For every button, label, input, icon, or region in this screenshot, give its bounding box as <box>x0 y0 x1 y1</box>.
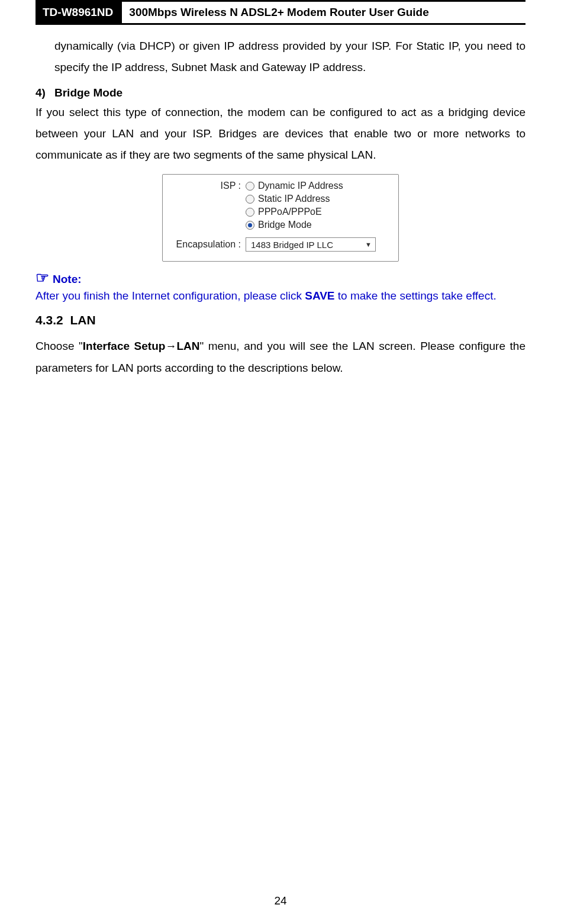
page-content: dynamically (via DHCP) or given IP addre… <box>36 25 525 379</box>
lan-text-before: Choose " <box>36 340 83 352</box>
radio-dynamic-ip[interactable]: Dynamic IP Address <box>246 181 391 191</box>
note-heading: ☞ Note: <box>36 270 525 286</box>
radio-static-ip[interactable]: Static IP Address <box>246 194 391 204</box>
encapsulation-select[interactable]: 1483 Bridged IP LLC ▼ <box>246 237 376 252</box>
intro-paragraph: dynamically (via DHCP) or given IP addre… <box>36 36 525 78</box>
list-item-4-heading: 4)Bridge Mode <box>36 86 525 99</box>
section-title: LAN <box>70 313 95 327</box>
radio-label: PPPoA/PPPoE <box>258 207 322 217</box>
arrow-icon: → <box>165 340 176 352</box>
pointing-hand-icon: ☞ <box>36 270 49 285</box>
document-page: TD-W8961ND 300Mbps Wireless N ADSL2+ Mod… <box>0 0 561 924</box>
radio-bridge-mode[interactable]: Bridge Mode <box>246 220 391 230</box>
lan-paragraph: Choose "Interface Setup→LAN" menu, and y… <box>36 336 525 378</box>
note-text-after: to make the settings take effect. <box>335 289 496 302</box>
note-text-before: After you finish the Internet configurat… <box>36 289 305 302</box>
model-number: TD-W8961ND <box>36 2 122 23</box>
section-number: 4.3.2 <box>36 313 63 327</box>
figure-container: ISP : Dynamic IP Address Static IP Addre… <box>36 174 525 262</box>
radio-icon <box>246 195 254 204</box>
select-value: 1483 Bridged IP LLC <box>251 240 333 250</box>
radio-pppoa-pppoe[interactable]: PPPoA/PPPoE <box>246 207 391 217</box>
encapsulation-label: Encapsulation : <box>170 239 246 250</box>
list-title: Bridge Mode <box>54 86 122 99</box>
radio-icon-selected <box>246 221 254 230</box>
chevron-down-icon: ▼ <box>365 241 372 248</box>
isp-label: ISP : <box>170 181 246 191</box>
note-save-bold: SAVE <box>305 289 334 302</box>
isp-options: Dynamic IP Address Static IP Address PPP… <box>246 181 391 233</box>
guide-title: 300Mbps Wireless N ADSL2+ Modem Router U… <box>122 2 525 23</box>
radio-label: Static IP Address <box>258 194 330 204</box>
section-heading-lan: 4.3.2 LAN <box>36 313 525 327</box>
note-body: After you finish the Internet configurat… <box>36 289 525 302</box>
radio-label: Dynamic IP Address <box>258 181 343 191</box>
radio-icon <box>246 182 254 191</box>
radio-icon <box>246 208 254 217</box>
bridge-mode-paragraph: If you select this type of connection, t… <box>36 102 525 166</box>
list-number: 4) <box>36 86 54 99</box>
radio-label: Bridge Mode <box>258 220 312 230</box>
note-label: Note: <box>53 273 82 286</box>
page-header: TD-W8961ND 300Mbps Wireless N ADSL2+ Mod… <box>36 0 525 25</box>
page-number: 24 <box>0 894 561 907</box>
isp-settings-figure: ISP : Dynamic IP Address Static IP Addre… <box>162 174 399 262</box>
lan-bold-lan: LAN <box>176 340 199 352</box>
lan-bold-interface: Interface Setup <box>83 340 166 352</box>
